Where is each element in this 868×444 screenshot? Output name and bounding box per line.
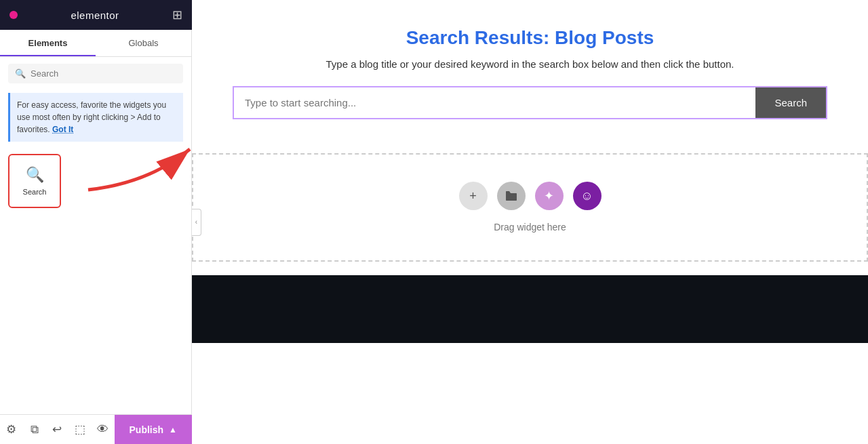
page-subtitle: Type a blog title or your desired keywor… bbox=[233, 58, 827, 70]
add-widget-button[interactable]: + bbox=[459, 182, 488, 210]
dark-footer bbox=[192, 275, 868, 343]
sidebar: Elements Globals 🔍 For easy access, favo… bbox=[0, 30, 192, 414]
bottom-bar: ⚙ ⧉ ↩ ⬚ 👁 Publish ▲ bbox=[0, 414, 192, 444]
tab-globals[interactable]: Globals bbox=[96, 30, 191, 56]
drag-icons-row: + ✦ ☺ bbox=[207, 182, 853, 210]
publish-label: Publish bbox=[130, 424, 164, 435]
page-title: Search Results: Blog Posts bbox=[233, 27, 827, 49]
search-widget-icon: 🔍 bbox=[26, 166, 44, 184]
widget-search[interactable]: 🔍 Search bbox=[8, 154, 61, 208]
tip-box: For easy access, favorite the widgets yo… bbox=[8, 93, 183, 142]
main-canvas: Search Results: Blog Posts Type a blog t… bbox=[192, 0, 868, 444]
canvas-content: Search Results: Blog Posts Type a blog t… bbox=[192, 0, 868, 444]
folder-button[interactable] bbox=[497, 182, 526, 210]
preview-icon[interactable]: 👁 bbox=[92, 415, 115, 444]
settings-icon[interactable]: ⚙ bbox=[0, 415, 23, 444]
app-title: elementor bbox=[71, 9, 119, 21]
drag-label: Drag widget here bbox=[494, 222, 566, 233]
responsive-icon[interactable]: ⬚ bbox=[68, 415, 92, 444]
search-input[interactable] bbox=[31, 68, 176, 79]
tabs-row: Elements Globals bbox=[0, 30, 191, 57]
search-icon: 🔍 bbox=[15, 68, 26, 79]
got-it-link[interactable]: Got It bbox=[52, 125, 73, 134]
publish-button[interactable]: Publish ▲ bbox=[115, 415, 192, 444]
search-widget: Search bbox=[233, 86, 827, 119]
widgets-grid: 🔍 Search bbox=[0, 148, 191, 214]
publish-chevron-icon: ▲ bbox=[169, 425, 177, 435]
layers-icon[interactable]: ⧉ bbox=[23, 415, 46, 444]
drag-section: + ✦ ☺ Drag widget here bbox=[192, 153, 868, 262]
canvas-search-input[interactable] bbox=[234, 87, 755, 118]
ai-button[interactable]: ✦ bbox=[535, 182, 564, 210]
top-bar-dot bbox=[9, 11, 18, 19]
emoji-button[interactable]: ☺ bbox=[573, 182, 601, 210]
grid-icon[interactable]: ⊞ bbox=[172, 7, 182, 22]
widget-search-label: Search bbox=[23, 188, 47, 196]
tab-elements[interactable]: Elements bbox=[0, 30, 96, 56]
top-bar: elementor ⊞ bbox=[0, 0, 192, 30]
search-bar: 🔍 bbox=[8, 64, 183, 83]
canvas-search-button[interactable]: Search bbox=[755, 87, 826, 118]
history-icon[interactable]: ↩ bbox=[45, 415, 68, 444]
tip-text: For easy access, favorite the widgets yo… bbox=[17, 100, 166, 134]
page-header-section: Search Results: Blog Posts Type a blog t… bbox=[192, 0, 868, 140]
collapse-handle[interactable]: ‹ bbox=[192, 209, 201, 236]
